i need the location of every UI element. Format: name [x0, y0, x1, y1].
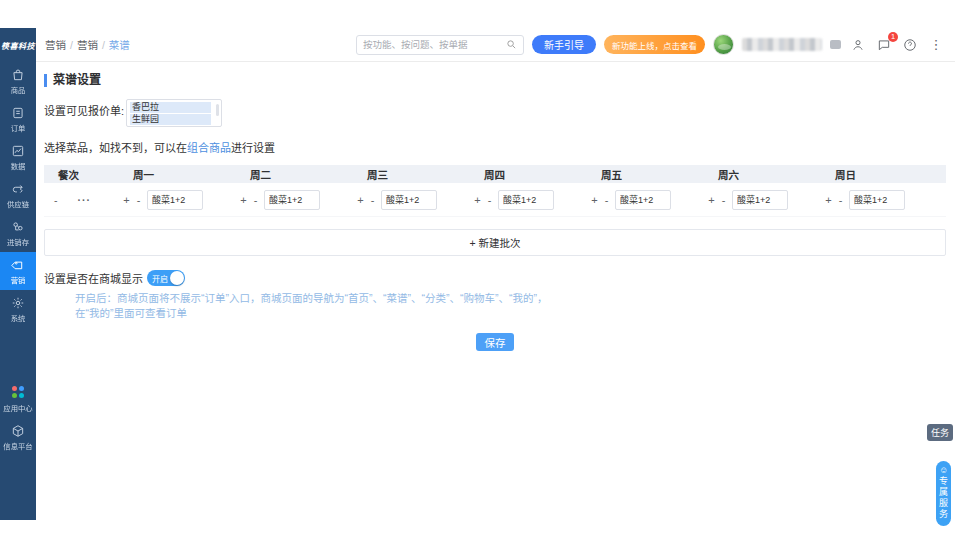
search-input[interactable] — [363, 39, 506, 50]
mealtime-value: - — [54, 194, 58, 206]
dish-input[interactable] — [498, 190, 554, 210]
mall-hint-line1: 开启后：商城页面将不展示“订单”入口，商城页面的导航为“首页”、“菜谱”、“分类… — [75, 291, 946, 306]
avatar[interactable] — [713, 34, 734, 55]
quote-visibility-row: 设置可见报价单: 香巴拉 生鲜园 — [44, 99, 946, 127]
day-cell-wed: + - — [357, 190, 474, 210]
sidebar-item-orders[interactable]: 订单 — [0, 100, 36, 138]
remove-dish-button[interactable]: - — [486, 194, 493, 206]
remove-dish-button[interactable]: - — [369, 194, 376, 206]
breadcrumb-item[interactable]: 营销 — [45, 37, 66, 52]
topbar-right: 新手引导 新功能上线，点击查看 1 ⋮ — [356, 34, 945, 55]
column-header: 周一 — [123, 167, 240, 182]
add-dish-button[interactable]: + — [240, 194, 247, 206]
mall-display-toggle[interactable]: 开启 — [147, 270, 185, 286]
breadcrumb-current: 菜谱 — [109, 37, 130, 52]
day-cell-mon: + - — [123, 190, 240, 210]
add-dish-button[interactable]: + — [357, 194, 364, 206]
day-cell-sat: + - — [708, 190, 825, 210]
dish-input[interactable] — [615, 190, 671, 210]
customer-service-tab[interactable]: ☺ 专属服务 — [936, 461, 951, 526]
sidebar-item-label: 系统 — [11, 312, 26, 322]
add-dish-button[interactable]: + — [474, 194, 481, 206]
top-bar: 营销 / 营销 / 菜谱 新手引导 新功能上线，点击查看 — [36, 28, 955, 62]
remove-dish-button[interactable]: - — [837, 194, 844, 206]
sidebar-item-info-platform[interactable]: 信息平台 — [0, 418, 36, 456]
remove-dish-button[interactable]: - — [720, 194, 727, 206]
new-feature-button[interactable]: 新功能上线，点击查看 — [604, 35, 705, 54]
row-more-icon[interactable]: ··· — [78, 194, 92, 206]
sidebar-item-label: 商品 — [11, 84, 26, 94]
column-header: 周二 — [240, 167, 357, 182]
task-tab[interactable]: 任务 — [927, 424, 953, 441]
message-badge: 1 — [888, 32, 898, 42]
save-button[interactable]: 保存 — [476, 333, 514, 351]
breadcrumb-item[interactable]: 营销 — [77, 37, 98, 52]
combo-goods-link[interactable]: 组合商品 — [187, 142, 231, 154]
day-cell-sun: + - — [825, 190, 942, 210]
toggle-knob — [170, 271, 184, 285]
dish-input[interactable] — [264, 190, 320, 210]
sidebar-item-data[interactable]: 数据 — [0, 138, 36, 176]
add-dish-button[interactable]: + — [825, 194, 832, 206]
sidebar-item-marketing[interactable]: 营销 — [0, 252, 36, 290]
quote-option[interactable]: 香巴拉 — [130, 102, 211, 113]
user-name-blurred[interactable] — [742, 38, 822, 51]
new-batch-button[interactable]: + 新建批次 — [44, 229, 946, 256]
chart-icon — [11, 143, 25, 158]
mall-display-label: 设置是否在商城显示 — [44, 270, 143, 286]
mall-display-row: 设置是否在商城显示 开启 — [44, 270, 946, 286]
column-header: 周三 — [357, 167, 474, 182]
add-dish-button[interactable]: + — [123, 194, 130, 206]
more-menu-icon[interactable]: ⋮ — [927, 36, 945, 54]
sidebar-item-goods[interactable]: 商品 — [0, 62, 36, 100]
sidebar-spacer — [0, 328, 36, 380]
brand-logo: 筷喜科技 — [0, 28, 36, 62]
sidebar: 筷喜科技 商品 订单 数据 — [0, 28, 36, 520]
sidebar-item-label: 供应链 — [7, 198, 29, 208]
user-badge-icon — [830, 40, 841, 49]
sidebar-item-system[interactable]: 系统 — [0, 290, 36, 328]
help-icon[interactable] — [901, 36, 919, 54]
dish-input[interactable] — [849, 190, 905, 210]
column-header: 周五 — [591, 167, 708, 182]
column-header: 餐次 — [48, 167, 123, 182]
dish-input[interactable] — [381, 190, 437, 210]
sidebar-item-label: 信息平台 — [3, 440, 32, 450]
sidebar-item-app-center[interactable]: 应用中心 — [0, 380, 36, 418]
bag-icon — [11, 67, 25, 82]
dish-tip: 选择菜品，如找不到，可以在组合商品进行设置 — [44, 139, 946, 155]
dish-input[interactable] — [147, 190, 203, 210]
add-dish-button[interactable]: + — [708, 194, 715, 206]
contact-icon[interactable] — [849, 36, 867, 54]
smiley-icon: ☺ — [939, 465, 948, 475]
schedule-header-row: 餐次 周一 周二 周三 周四 周五 周六 周日 — [44, 165, 946, 183]
schedule-row: - ··· + - + - + - — [44, 183, 946, 217]
save-row: 保存 — [44, 333, 946, 351]
search-box — [356, 35, 524, 55]
mall-hint: 开启后：商城页面将不展示“订单”入口，商城页面的导航为“首页”、“菜谱”、“分类… — [75, 291, 946, 321]
sidebar-item-label: 应用中心 — [3, 402, 32, 412]
quote-select[interactable]: 香巴拉 生鲜园 — [126, 99, 222, 127]
day-cell-tue: + - — [240, 190, 357, 210]
remove-dish-button[interactable]: - — [135, 194, 142, 206]
dish-input[interactable] — [732, 190, 788, 210]
messages-icon[interactable]: 1 — [875, 36, 893, 54]
search-icon[interactable] — [506, 36, 517, 54]
sidebar-item-inventory[interactable]: 进销存 — [0, 214, 36, 252]
sidebar-item-supply-chain[interactable]: 供应链 — [0, 176, 36, 214]
column-header: 周四 — [474, 167, 591, 182]
dish-tip-suffix: 进行设置 — [231, 142, 275, 154]
quote-visibility-label: 设置可见报价单: — [44, 99, 124, 118]
day-cell-thu: + - — [474, 190, 591, 210]
remove-dish-button[interactable]: - — [252, 194, 259, 206]
gear-icon — [11, 295, 25, 310]
newbie-guide-button[interactable]: 新手引导 — [532, 35, 596, 54]
remove-dish-button[interactable]: - — [603, 194, 610, 206]
toggle-on-label: 开启 — [147, 273, 168, 284]
sidebar-item-label: 营销 — [11, 274, 26, 284]
mealtime-cell: - ··· — [48, 194, 123, 206]
app-window: 筷喜科技 商品 订单 数据 — [0, 28, 955, 520]
add-dish-button[interactable]: + — [591, 194, 598, 206]
sidebar-item-label: 进销存 — [7, 236, 29, 246]
quote-option[interactable]: 生鲜园 — [130, 114, 211, 125]
